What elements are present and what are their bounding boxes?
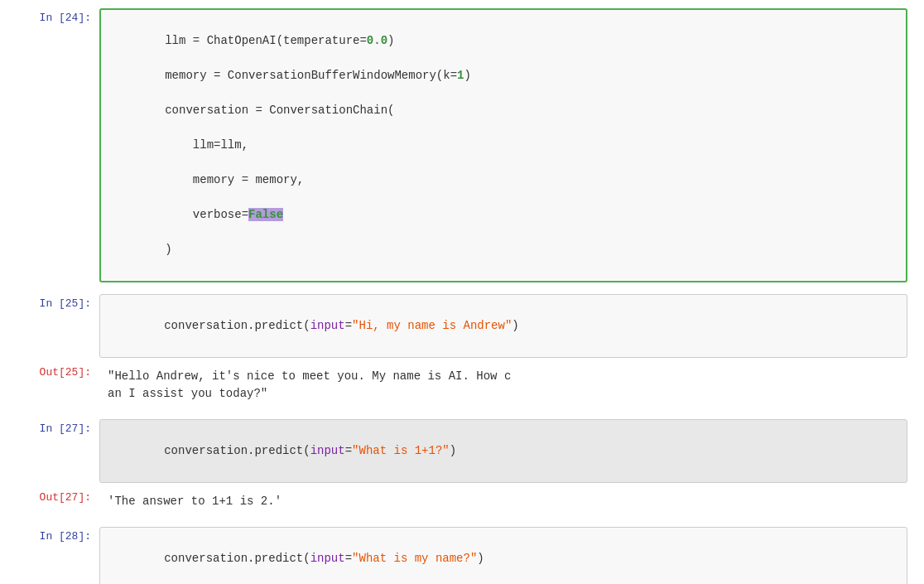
cell-27-output: Out[27]: 'The answer to 1+1 is 2.': [17, 488, 907, 515]
code-line-2: memory = ConversationBufferWindowMemory(…: [165, 69, 471, 82]
cell-27-out-label: Out[27]:: [17, 488, 99, 504]
cell-25-out-text: "Hello Andrew, it's nice to meet you. My…: [99, 363, 907, 408]
cell-24: In [24]: llm = ChatOpenAI(temperature=0.…: [17, 8, 907, 282]
code-line-7: ): [165, 243, 171, 256]
cell-25-code[interactable]: conversation.predict(input="Hi, my name …: [99, 294, 907, 358]
cell-24-label: In [24]:: [17, 8, 99, 24]
notebook: In [24]: llm = ChatOpenAI(temperature=0.…: [0, 8, 924, 584]
cell-28-in-label: In [28]:: [17, 527, 99, 543]
code-predict-25: conversation.predict(input="Hi, my name …: [164, 319, 519, 332]
code-line-1: llm = ChatOpenAI(temperature=0.0): [165, 34, 394, 47]
code-line-6: verbose=False: [165, 208, 283, 221]
cell-25-out-label: Out[25]:: [17, 363, 99, 379]
code-predict-27: conversation.predict(input="What is 1+1?…: [164, 444, 456, 457]
cell-27-in-label: In [27]:: [17, 419, 99, 435]
cell-25-input: In [25]: conversation.predict(input="Hi,…: [17, 294, 907, 358]
code-line-3: conversation = ConversationChain(: [165, 104, 394, 117]
code-line-5: memory = memory,: [165, 173, 304, 186]
cell-25-output: Out[25]: "Hello Andrew, it's nice to mee…: [17, 363, 907, 408]
cell-27-input: In [27]: conversation.predict(input="Wha…: [17, 419, 907, 483]
code-line-4: llm=llm,: [165, 138, 248, 152]
code-predict-28: conversation.predict(input="What is my n…: [164, 552, 484, 565]
cell-28-code[interactable]: conversation.predict(input="What is my n…: [99, 527, 907, 584]
cell-27-code[interactable]: conversation.predict(input="What is 1+1?…: [99, 419, 907, 483]
cell-25-in-label: In [25]:: [17, 294, 99, 310]
cell-28-input: In [28]: conversation.predict(input="Wha…: [17, 527, 907, 584]
cell-27-out-text: 'The answer to 1+1 is 2.': [99, 488, 907, 515]
cell-24-code[interactable]: llm = ChatOpenAI(temperature=0.0) memory…: [99, 8, 907, 282]
